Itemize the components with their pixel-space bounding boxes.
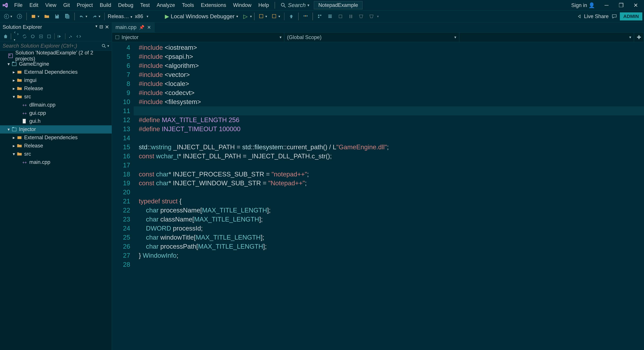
panel-close-button[interactable]: ✕ bbox=[105, 24, 109, 30]
play-icon: ▶ bbox=[165, 13, 169, 19]
menu-edit[interactable]: Edit bbox=[26, 1, 42, 9]
tree-item[interactable]: ▾src bbox=[0, 150, 112, 158]
tree-item[interactable]: ▸Release bbox=[0, 142, 112, 150]
toolbar-btn-1[interactable]: ▾ bbox=[256, 12, 269, 20]
collapse-all-button[interactable] bbox=[37, 33, 45, 40]
tree-item[interactable]: ▾src bbox=[0, 92, 112, 101]
line-number-gutter: 4567891011121314151617181920212223242526… bbox=[112, 42, 134, 350]
show-all-files-button[interactable] bbox=[45, 33, 53, 40]
view-code-button[interactable] bbox=[75, 33, 83, 40]
solution-name-badge[interactable]: NotepadExample bbox=[314, 1, 363, 9]
svg-line-22 bbox=[104, 46, 106, 47]
title-bar: File Edit View Git Project Build Debug T… bbox=[0, 0, 644, 11]
svg-rect-7 bbox=[272, 14, 276, 18]
toolbar-btn-8[interactable] bbox=[346, 12, 356, 20]
toolbar-btn-3[interactable] bbox=[286, 12, 296, 20]
menu-test[interactable]: Test bbox=[137, 1, 153, 9]
member-scope-dropdown[interactable]: ▾ bbox=[459, 33, 634, 42]
undo-button[interactable]: ▾ bbox=[77, 12, 89, 20]
menu-extensions[interactable]: Extensions bbox=[198, 1, 229, 9]
menu-help[interactable]: Help bbox=[255, 1, 272, 9]
svg-rect-24 bbox=[10, 54, 10, 55]
search-input[interactable] bbox=[2, 43, 101, 49]
search-icon bbox=[280, 2, 286, 8]
menu-git[interactable]: Git bbox=[60, 1, 73, 9]
sync-button[interactable] bbox=[21, 33, 28, 40]
menu-window[interactable]: Window bbox=[230, 1, 254, 9]
save-button[interactable] bbox=[52, 12, 62, 20]
menu-tools[interactable]: Tools bbox=[179, 1, 197, 9]
menu-analyze[interactable]: Analyze bbox=[154, 1, 178, 9]
save-all-button[interactable] bbox=[63, 12, 72, 20]
svg-rect-13 bbox=[318, 16, 319, 18]
menu-build[interactable]: Build bbox=[97, 1, 114, 9]
tree-item[interactable]: Solution 'NotepadExample' (2 of 2 projec… bbox=[0, 52, 112, 60]
tree-item[interactable]: ▸imgui bbox=[0, 76, 112, 84]
refresh-button[interactable] bbox=[29, 33, 36, 40]
sign-in-link[interactable]: Sign in 👤 bbox=[568, 1, 598, 9]
switch-views-button[interactable]: ▾ bbox=[12, 30, 20, 43]
toolbar-btn-5[interactable] bbox=[315, 12, 324, 20]
namespace-scope-dropdown[interactable]: (Global Scope)▾ bbox=[284, 33, 459, 42]
nav-forward-button[interactable] bbox=[15, 12, 24, 20]
live-share-icon bbox=[576, 13, 582, 19]
tree-item[interactable]: ++main.cpp bbox=[0, 158, 112, 166]
menu-debug[interactable]: Debug bbox=[115, 1, 136, 9]
svg-point-3 bbox=[17, 14, 22, 18]
toolbar-btn-10[interactable] bbox=[367, 12, 376, 20]
solution-explorer-search[interactable]: ▾ bbox=[0, 41, 112, 51]
menu-project[interactable]: Project bbox=[74, 1, 96, 9]
new-project-button[interactable]: ▾ bbox=[29, 12, 41, 20]
tree-item[interactable]: ▾Injector bbox=[0, 125, 112, 134]
menu-view[interactable]: View bbox=[42, 1, 59, 9]
file-tab-main-cpp[interactable]: main.cpp 📌 ✕ bbox=[112, 22, 155, 32]
svg-point-2 bbox=[4, 14, 9, 18]
tree-item[interactable]: ▸Release bbox=[0, 84, 112, 93]
solution-explorer-toolbar: ▾ bbox=[0, 32, 112, 41]
project-scope-dropdown[interactable]: Injector▾ bbox=[112, 33, 284, 42]
svg-rect-8 bbox=[304, 15, 304, 16]
toolbar-btn-9[interactable] bbox=[356, 12, 366, 20]
svg-rect-10 bbox=[306, 15, 308, 16]
code-area[interactable]: #include <iostream>#include <psapi.h>#in… bbox=[134, 42, 644, 350]
close-button[interactable]: ✕ bbox=[630, 0, 642, 10]
platform-dropdown[interactable]: x86 bbox=[134, 12, 144, 20]
svg-rect-12 bbox=[320, 14, 321, 16]
menu-file[interactable]: File bbox=[11, 1, 26, 9]
panel-pin-button[interactable]: ⊟ bbox=[99, 24, 103, 30]
global-search[interactable]: Search ▾ bbox=[278, 2, 312, 8]
home-button[interactable] bbox=[2, 33, 10, 40]
live-share-button[interactable]: Live Share bbox=[576, 13, 609, 19]
solution-explorer-panel: Solution Explorer ▾ ⊟ ✕ ▾ ▾ So bbox=[0, 22, 112, 350]
toolbar-btn-2[interactable]: ▾ bbox=[270, 12, 282, 20]
tree-item[interactable]: ++gui.cpp bbox=[0, 109, 112, 117]
svg-rect-11 bbox=[318, 14, 319, 16]
feedback-icon[interactable] bbox=[611, 13, 617, 19]
redo-button[interactable]: ▾ bbox=[90, 12, 102, 20]
divider bbox=[274, 2, 275, 9]
close-tab-button[interactable]: ✕ bbox=[147, 25, 151, 30]
minimize-button[interactable]: ─ bbox=[600, 0, 613, 10]
split-editor-button[interactable]: ✚ bbox=[634, 33, 644, 42]
preview-button[interactable] bbox=[56, 33, 64, 40]
panel-dropdown-button[interactable]: ▾ bbox=[96, 24, 98, 30]
open-file-button[interactable] bbox=[42, 12, 52, 20]
nav-back-button[interactable]: ▾ bbox=[2, 12, 14, 20]
code-editor[interactable]: 4567891011121314151617181920212223242526… bbox=[112, 42, 644, 350]
tree-item[interactable]: ++dllmain.cpp bbox=[0, 101, 112, 109]
toolbar-btn-4[interactable] bbox=[301, 12, 310, 20]
project-icon bbox=[115, 35, 120, 40]
start-without-debugging-button[interactable]: ▷ bbox=[242, 12, 250, 21]
tree-item[interactable]: ▸External Dependencies bbox=[0, 134, 112, 142]
solution-tree[interactable]: Solution 'NotepadExample' (2 of 2 projec… bbox=[0, 51, 112, 350]
pin-icon[interactable]: 📌 bbox=[139, 25, 144, 30]
svg-rect-29 bbox=[12, 128, 16, 131]
tree-item[interactable]: ▸External Dependencies bbox=[0, 68, 112, 76]
config-dropdown[interactable]: Releas… ▾ bbox=[107, 12, 133, 20]
toolbar-btn-6[interactable] bbox=[325, 12, 335, 20]
maximize-button[interactable]: ❐ bbox=[615, 0, 628, 10]
tree-item[interactable]: gui.h bbox=[0, 117, 112, 125]
toolbar-btn-7[interactable] bbox=[336, 12, 345, 20]
start-debugging-button[interactable]: ▶ Local Windows Debugger ▾ bbox=[162, 12, 241, 20]
properties-button[interactable] bbox=[67, 33, 74, 40]
